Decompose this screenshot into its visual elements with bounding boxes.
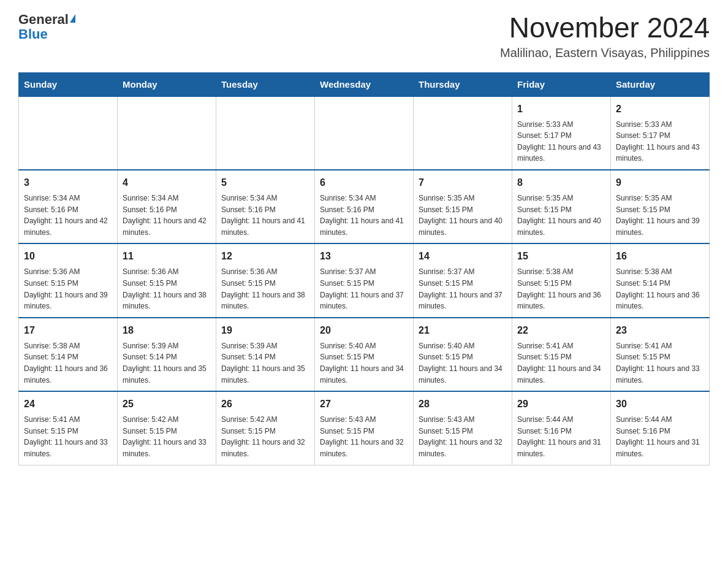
day-number: 17 xyxy=(24,323,112,338)
calendar-cell: 20Sunrise: 5:40 AMSunset: 5:15 PMDayligh… xyxy=(315,318,414,391)
calendar-header-row: SundayMondayTuesdayWednesdayThursdayFrid… xyxy=(19,72,710,96)
day-number: 16 xyxy=(616,249,704,264)
calendar-cell: 26Sunrise: 5:42 AMSunset: 5:15 PMDayligh… xyxy=(216,391,315,465)
sun-info: Sunrise: 5:33 AMSunset: 5:17 PMDaylight:… xyxy=(517,119,605,164)
calendar-cell: 16Sunrise: 5:38 AMSunset: 5:14 PMDayligh… xyxy=(611,243,710,317)
day-number: 15 xyxy=(517,249,605,264)
sun-info: Sunrise: 5:38 AMSunset: 5:14 PMDaylight:… xyxy=(24,340,112,386)
calendar-week-row: 10Sunrise: 5:36 AMSunset: 5:15 PMDayligh… xyxy=(19,243,710,317)
calendar-cell xyxy=(315,96,414,170)
logo-general-text: General xyxy=(18,12,69,27)
calendar-cell: 6Sunrise: 5:34 AMSunset: 5:16 PMDaylight… xyxy=(315,170,414,243)
calendar-cell: 3Sunrise: 5:34 AMSunset: 5:16 PMDaylight… xyxy=(19,170,118,243)
day-number: 1 xyxy=(517,102,605,117)
sun-info: Sunrise: 5:42 AMSunset: 5:15 PMDaylight:… xyxy=(221,414,309,459)
sun-info: Sunrise: 5:41 AMSunset: 5:15 PMDaylight:… xyxy=(616,340,704,386)
calendar-week-row: 1Sunrise: 5:33 AMSunset: 5:17 PMDaylight… xyxy=(19,96,710,170)
sun-info: Sunrise: 5:44 AMSunset: 5:16 PMDaylight:… xyxy=(616,414,704,459)
day-number: 3 xyxy=(24,175,112,190)
calendar-cell: 10Sunrise: 5:36 AMSunset: 5:15 PMDayligh… xyxy=(19,243,118,317)
sun-info: Sunrise: 5:39 AMSunset: 5:14 PMDaylight:… xyxy=(123,340,211,386)
day-number: 19 xyxy=(221,323,309,338)
sun-info: Sunrise: 5:38 AMSunset: 5:15 PMDaylight:… xyxy=(517,266,605,312)
calendar-cell: 23Sunrise: 5:41 AMSunset: 5:15 PMDayligh… xyxy=(611,318,710,391)
title-block: November 2024 Malilinao, Eastern Visayas… xyxy=(500,12,710,60)
day-number: 10 xyxy=(24,249,112,264)
calendar-cell: 8Sunrise: 5:35 AMSunset: 5:15 PMDaylight… xyxy=(512,170,611,243)
calendar-cell: 17Sunrise: 5:38 AMSunset: 5:14 PMDayligh… xyxy=(19,318,118,391)
day-number: 7 xyxy=(419,175,507,190)
calendar-cell: 5Sunrise: 5:34 AMSunset: 5:16 PMDaylight… xyxy=(216,170,315,243)
day-number: 29 xyxy=(517,397,605,412)
calendar-cell: 27Sunrise: 5:43 AMSunset: 5:15 PMDayligh… xyxy=(315,391,414,465)
day-number: 2 xyxy=(616,102,704,117)
location-subtitle: Malilinao, Eastern Visayas, Philippines xyxy=(500,46,710,60)
sun-info: Sunrise: 5:37 AMSunset: 5:15 PMDaylight:… xyxy=(419,266,507,312)
sun-info: Sunrise: 5:34 AMSunset: 5:16 PMDaylight:… xyxy=(24,193,112,238)
sun-info: Sunrise: 5:43 AMSunset: 5:15 PMDaylight:… xyxy=(320,414,408,459)
calendar-cell: 15Sunrise: 5:38 AMSunset: 5:15 PMDayligh… xyxy=(512,243,611,317)
sun-info: Sunrise: 5:40 AMSunset: 5:15 PMDaylight:… xyxy=(419,340,507,386)
calendar-cell: 24Sunrise: 5:41 AMSunset: 5:15 PMDayligh… xyxy=(19,391,118,465)
sun-info: Sunrise: 5:36 AMSunset: 5:15 PMDaylight:… xyxy=(221,266,309,312)
sun-info: Sunrise: 5:38 AMSunset: 5:14 PMDaylight:… xyxy=(616,266,704,312)
day-number: 21 xyxy=(419,323,507,338)
sun-info: Sunrise: 5:42 AMSunset: 5:15 PMDaylight:… xyxy=(123,414,211,459)
sun-info: Sunrise: 5:41 AMSunset: 5:15 PMDaylight:… xyxy=(517,340,605,386)
day-number: 14 xyxy=(419,249,507,264)
calendar-week-row: 3Sunrise: 5:34 AMSunset: 5:16 PMDaylight… xyxy=(19,170,710,243)
calendar-cell: 30Sunrise: 5:44 AMSunset: 5:16 PMDayligh… xyxy=(611,391,710,465)
sun-info: Sunrise: 5:40 AMSunset: 5:15 PMDaylight:… xyxy=(320,340,408,386)
sun-info: Sunrise: 5:35 AMSunset: 5:15 PMDaylight:… xyxy=(419,193,507,238)
calendar-cell: 25Sunrise: 5:42 AMSunset: 5:15 PMDayligh… xyxy=(118,391,216,465)
day-number: 12 xyxy=(221,249,309,264)
calendar-cell: 2Sunrise: 5:33 AMSunset: 5:17 PMDaylight… xyxy=(611,96,710,170)
day-number: 5 xyxy=(221,175,309,190)
day-number: 13 xyxy=(320,249,408,264)
calendar-table: SundayMondayTuesdayWednesdayThursdayFrid… xyxy=(18,72,710,465)
day-number: 6 xyxy=(320,175,408,190)
day-number: 18 xyxy=(123,323,211,338)
weekday-header: Saturday xyxy=(611,72,710,96)
calendar-cell: 21Sunrise: 5:40 AMSunset: 5:15 PMDayligh… xyxy=(414,318,512,391)
sun-info: Sunrise: 5:34 AMSunset: 5:16 PMDaylight:… xyxy=(221,193,309,238)
sun-info: Sunrise: 5:34 AMSunset: 5:16 PMDaylight:… xyxy=(320,193,408,238)
day-number: 4 xyxy=(123,175,211,190)
calendar-cell: 18Sunrise: 5:39 AMSunset: 5:14 PMDayligh… xyxy=(118,318,216,391)
weekday-header: Friday xyxy=(512,72,611,96)
calendar-cell: 13Sunrise: 5:37 AMSunset: 5:15 PMDayligh… xyxy=(315,243,414,317)
sun-info: Sunrise: 5:34 AMSunset: 5:16 PMDaylight:… xyxy=(123,193,211,238)
calendar-cell: 14Sunrise: 5:37 AMSunset: 5:15 PMDayligh… xyxy=(414,243,512,317)
sun-info: Sunrise: 5:35 AMSunset: 5:15 PMDaylight:… xyxy=(616,193,704,238)
sun-info: Sunrise: 5:39 AMSunset: 5:14 PMDaylight:… xyxy=(221,340,309,386)
calendar-cell: 7Sunrise: 5:35 AMSunset: 5:15 PMDaylight… xyxy=(414,170,512,243)
day-number: 25 xyxy=(123,397,211,412)
weekday-header: Thursday xyxy=(414,72,512,96)
day-number: 9 xyxy=(616,175,704,190)
calendar-cell: 1Sunrise: 5:33 AMSunset: 5:17 PMDaylight… xyxy=(512,96,611,170)
logo-triangle-icon xyxy=(70,14,75,23)
weekday-header: Monday xyxy=(118,72,216,96)
month-year-title: November 2024 xyxy=(500,12,710,44)
sun-info: Sunrise: 5:33 AMSunset: 5:17 PMDaylight:… xyxy=(616,119,704,164)
calendar-cell: 28Sunrise: 5:43 AMSunset: 5:15 PMDayligh… xyxy=(414,391,512,465)
sun-info: Sunrise: 5:41 AMSunset: 5:15 PMDaylight:… xyxy=(24,414,112,459)
calendar-cell: 11Sunrise: 5:36 AMSunset: 5:15 PMDayligh… xyxy=(118,243,216,317)
logo: General Blue xyxy=(18,12,75,42)
sun-info: Sunrise: 5:36 AMSunset: 5:15 PMDaylight:… xyxy=(24,266,112,312)
day-number: 11 xyxy=(123,249,211,264)
page-header: General Blue November 2024 Malilinao, Ea… xyxy=(18,12,710,60)
calendar-cell: 12Sunrise: 5:36 AMSunset: 5:15 PMDayligh… xyxy=(216,243,315,317)
day-number: 22 xyxy=(517,323,605,338)
sun-info: Sunrise: 5:44 AMSunset: 5:16 PMDaylight:… xyxy=(517,414,605,459)
sun-info: Sunrise: 5:35 AMSunset: 5:15 PMDaylight:… xyxy=(517,193,605,238)
calendar-cell xyxy=(118,96,216,170)
weekday-header: Sunday xyxy=(19,72,118,96)
calendar-cell: 9Sunrise: 5:35 AMSunset: 5:15 PMDaylight… xyxy=(611,170,710,243)
day-number: 30 xyxy=(616,397,704,412)
day-number: 26 xyxy=(221,397,309,412)
calendar-week-row: 24Sunrise: 5:41 AMSunset: 5:15 PMDayligh… xyxy=(19,391,710,465)
day-number: 27 xyxy=(320,397,408,412)
day-number: 23 xyxy=(616,323,704,338)
sun-info: Sunrise: 5:36 AMSunset: 5:15 PMDaylight:… xyxy=(123,266,211,312)
